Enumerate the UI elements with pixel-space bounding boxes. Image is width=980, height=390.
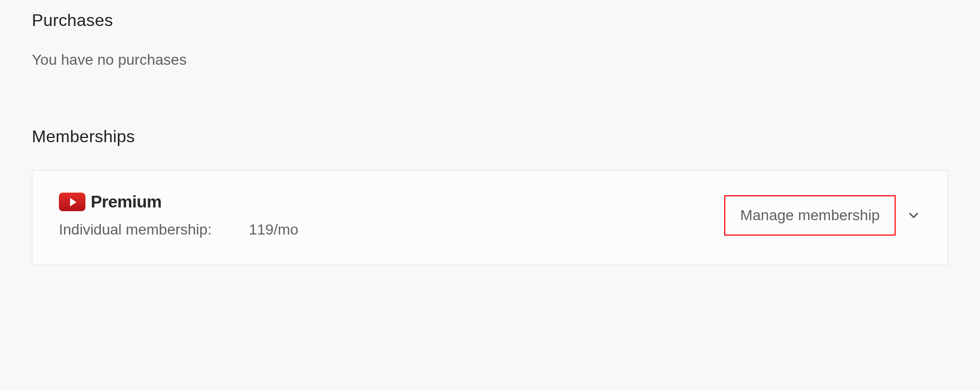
membership-actions: Manage membership <box>724 195 921 236</box>
purchases-empty-message: You have no purchases <box>32 51 948 68</box>
membership-card: Premium Individual membership: 119/mo Ma… <box>32 170 948 265</box>
membership-info: Premium Individual membership: 119/mo <box>59 192 298 238</box>
membership-price: 119/mo <box>249 221 298 238</box>
membership-details: Individual membership: 119/mo <box>59 221 298 238</box>
chevron-down-icon[interactable] <box>906 208 921 223</box>
memberships-heading: Memberships <box>32 127 948 146</box>
premium-brand-text: Premium <box>91 192 161 212</box>
premium-logo: Premium <box>59 192 298 212</box>
manage-membership-button[interactable]: Manage membership <box>724 195 896 236</box>
purchases-heading: Purchases <box>32 11 948 30</box>
youtube-play-icon <box>59 193 85 211</box>
membership-type-label: Individual membership: <box>59 221 212 238</box>
